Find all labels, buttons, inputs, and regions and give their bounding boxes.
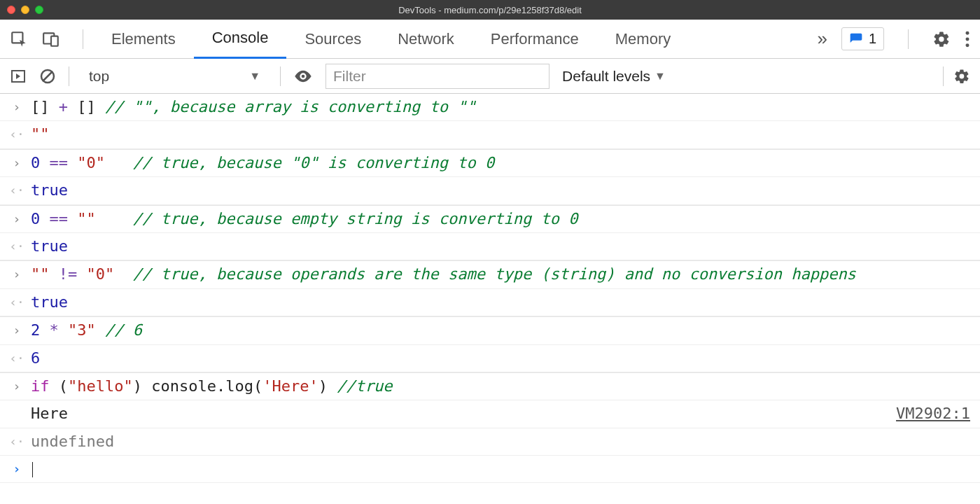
input-chevron-icon: › bbox=[13, 323, 21, 338]
console-output-line: true bbox=[31, 293, 980, 312]
svg-rect-2 bbox=[51, 36, 58, 46]
console-settings-icon[interactable] bbox=[953, 68, 970, 85]
console-output-line: "" bbox=[31, 125, 980, 144]
devtools-tabs: ElementsConsoleSourcesNetworkPerformance… bbox=[0, 20, 980, 59]
console-input-line: 0 == "" // true, because empty string is… bbox=[31, 210, 980, 228]
divider bbox=[908, 29, 909, 49]
kebab-menu-icon[interactable] bbox=[965, 30, 970, 48]
output-chevron-icon: ‹· bbox=[9, 183, 24, 198]
svg-point-5 bbox=[966, 43, 969, 47]
console-prompt[interactable] bbox=[31, 460, 980, 478]
window-title: DevTools - medium.com/p/29e1258f37d8/edi… bbox=[0, 5, 980, 15]
svg-point-3 bbox=[966, 31, 969, 34]
issues-badge[interactable]: 1 bbox=[841, 27, 884, 50]
divider bbox=[69, 66, 69, 86]
console-input-line: 2 * "3" // 6 bbox=[31, 321, 980, 340]
tab-performance[interactable]: Performance bbox=[472, 20, 597, 59]
divider bbox=[943, 66, 944, 86]
output-chevron-icon: ‹· bbox=[9, 295, 24, 310]
console-log-line: Here bbox=[31, 405, 896, 423]
console-toolbar: top ▼ Default levels ▼ bbox=[0, 59, 980, 94]
input-chevron-icon: › bbox=[13, 155, 21, 171]
prompt-chevron-icon: › bbox=[13, 461, 21, 477]
tab-console[interactable]: Console bbox=[194, 20, 287, 59]
console-output-line: true bbox=[31, 181, 980, 200]
dropdown-icon: ▼ bbox=[654, 70, 666, 83]
input-chevron-icon: › bbox=[13, 379, 21, 394]
issues-count: 1 bbox=[869, 31, 876, 47]
console-output-line: true bbox=[31, 237, 980, 255]
maximize-window-button[interactable] bbox=[35, 6, 43, 14]
tab-sources[interactable]: Sources bbox=[286, 20, 379, 59]
live-expression-icon[interactable] bbox=[293, 66, 313, 86]
more-tabs-icon[interactable]: » bbox=[817, 28, 827, 50]
console-input-line: if ("hello") console.log('Here') //true bbox=[31, 377, 980, 396]
console-output[interactable]: ›[] + [] // "", because array is convert… bbox=[0, 94, 980, 483]
device-toolbar-icon[interactable] bbox=[42, 30, 60, 48]
output-chevron-icon: ‹· bbox=[9, 434, 24, 449]
divider bbox=[83, 29, 83, 49]
divider bbox=[280, 66, 281, 86]
output-chevron-icon: ‹· bbox=[9, 127, 24, 142]
console-input-line: "" != "0" // true, because operands are … bbox=[31, 265, 980, 284]
inspect-element-icon[interactable] bbox=[10, 30, 28, 48]
tab-network[interactable]: Network bbox=[379, 20, 472, 59]
svg-point-4 bbox=[966, 37, 969, 41]
output-chevron-icon: ‹· bbox=[9, 239, 24, 254]
toggle-sidebar-icon[interactable] bbox=[10, 68, 27, 85]
clear-console-icon[interactable] bbox=[39, 68, 56, 85]
log-source-link[interactable]: VM2902:1 bbox=[896, 405, 980, 423]
svg-line-8 bbox=[43, 71, 52, 81]
input-chevron-icon: › bbox=[13, 267, 21, 282]
close-window-button[interactable] bbox=[7, 6, 15, 14]
execution-context-selector[interactable]: top ▼ bbox=[82, 65, 267, 88]
log-levels-selector[interactable]: Default levels ▼ bbox=[562, 68, 666, 85]
tab-elements[interactable]: Elements bbox=[93, 20, 194, 59]
console-input-line: [] + [] // "", because array is converti… bbox=[31, 98, 980, 116]
window-controls bbox=[0, 6, 43, 14]
minimize-window-button[interactable] bbox=[21, 6, 29, 14]
svg-point-9 bbox=[302, 74, 305, 78]
levels-label: Default levels bbox=[562, 68, 650, 85]
input-chevron-icon: › bbox=[13, 99, 21, 115]
console-output-line: 6 bbox=[31, 349, 980, 368]
titlebar: DevTools - medium.com/p/29e1258f37d8/edi… bbox=[0, 0, 980, 20]
console-input-line: 0 == "0" // true, because "0" is convert… bbox=[31, 154, 980, 172]
console-output-line: undefined bbox=[31, 433, 980, 451]
tab-memory[interactable]: Memory bbox=[597, 20, 689, 59]
input-chevron-icon: › bbox=[13, 211, 21, 227]
settings-icon[interactable] bbox=[932, 30, 951, 48]
context-label: top bbox=[89, 68, 109, 85]
dropdown-icon: ▼ bbox=[249, 70, 260, 83]
filter-input[interactable] bbox=[326, 64, 550, 89]
output-chevron-icon: ‹· bbox=[9, 351, 24, 366]
